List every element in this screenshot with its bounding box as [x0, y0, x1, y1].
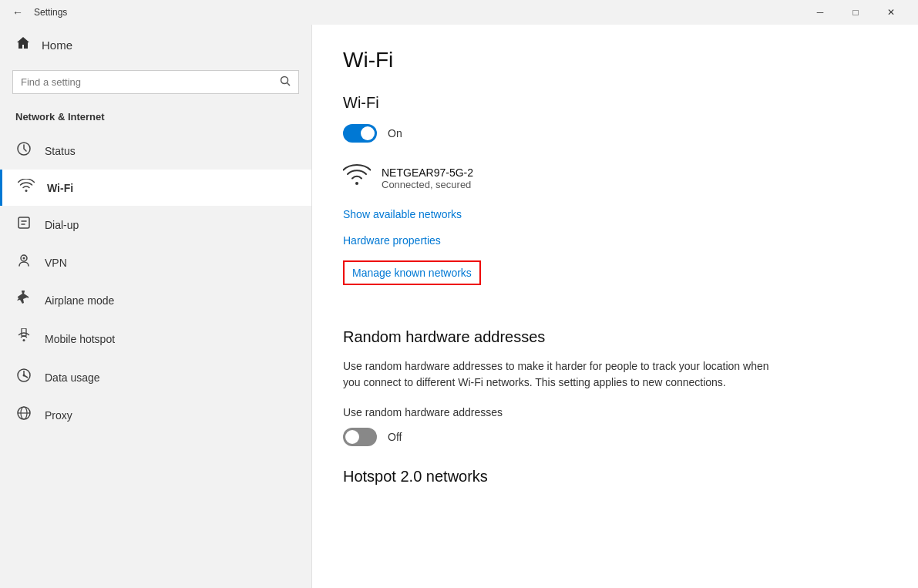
search-input[interactable] — [21, 76, 274, 88]
sidebar: Home Network & Internet Status — [0, 25, 312, 588]
sidebar-item-wifi-label: Wi-Fi — [47, 182, 73, 194]
main-panel: Wi-Fi Wi-Fi On NETGEAR97-5G-2 Connected, — [312, 25, 918, 588]
random-hw-toggle-label: Use random hardware addresses — [343, 406, 887, 418]
sidebar-item-airplane[interactable]: Airplane mode — [0, 281, 311, 319]
page-title: Wi-Fi — [343, 48, 887, 72]
sidebar-item-home[interactable]: Home — [0, 25, 311, 66]
sidebar-item-hotspot-label: Mobile hotspot — [45, 333, 115, 345]
titlebar: ← Settings ─ □ ✕ — [0, 0, 918, 25]
hotspot-heading: Hotspot 2.0 networks — [343, 468, 887, 486]
titlebar-title: Settings — [34, 7, 802, 18]
window-controls: ─ □ ✕ — [802, 0, 909, 25]
back-button[interactable]: ← — [9, 5, 26, 20]
sidebar-item-wifi[interactable]: Wi-Fi — [0, 170, 311, 206]
datausage-icon — [15, 368, 32, 387]
sidebar-item-dialup[interactable]: Dial-up — [0, 206, 311, 244]
random-hw-heading: Random hardware addresses — [343, 328, 887, 346]
random-hw-toggle[interactable] — [343, 428, 377, 446]
connected-wifi-icon — [343, 164, 371, 193]
random-hw-toggle-thumb — [345, 430, 359, 444]
sidebar-item-dialup-label: Dial-up — [45, 219, 79, 231]
svg-point-5 — [23, 257, 25, 260]
wifi-toggle-row: On — [343, 124, 887, 143]
sidebar-item-datausage-label: Data usage — [45, 371, 100, 384]
random-hw-toggle-state: Off — [388, 431, 402, 443]
sidebar-item-status[interactable]: Status — [0, 132, 311, 170]
network-info: NETGEAR97-5G-2 Connected, secured — [382, 166, 473, 190]
random-hw-toggle-row: Off — [343, 428, 887, 446]
sidebar-item-vpn[interactable]: VPN — [0, 244, 311, 281]
minimize-button[interactable]: ─ — [802, 0, 838, 25]
sidebar-item-vpn-label: VPN — [45, 257, 67, 269]
network-name: NETGEAR97-5G-2 — [382, 166, 473, 179]
dialup-icon — [15, 215, 32, 234]
home-icon — [15, 35, 31, 55]
wifi-toggle-thumb — [361, 126, 375, 140]
wifi-sidebar-icon — [18, 179, 35, 197]
status-icon — [15, 141, 32, 160]
hardware-properties-link[interactable]: Hardware properties — [343, 234, 887, 247]
wifi-section-heading: Wi-Fi — [343, 94, 887, 112]
svg-point-0 — [281, 77, 288, 84]
close-button[interactable]: ✕ — [873, 0, 909, 25]
maximize-button[interactable]: □ — [838, 0, 873, 25]
manage-networks-button[interactable]: Manage known networks — [343, 260, 481, 285]
wifi-toggle-label: On — [388, 127, 402, 139]
sidebar-item-proxy-label: Proxy — [45, 409, 72, 422]
sidebar-item-datausage[interactable]: Data usage — [0, 358, 311, 396]
svg-point-8 — [23, 375, 25, 377]
wifi-toggle[interactable] — [343, 124, 377, 143]
network-row: NETGEAR97-5G-2 Connected, secured — [343, 164, 887, 193]
sidebar-item-proxy[interactable]: Proxy — [0, 396, 311, 434]
app-body: Home Network & Internet Status — [0, 25, 918, 588]
svg-rect-6 — [22, 328, 26, 336]
hotspot-icon — [15, 328, 32, 349]
airplane-icon — [15, 291, 32, 310]
proxy-icon — [15, 405, 32, 425]
sidebar-item-status-label: Status — [45, 145, 76, 157]
vpn-icon — [15, 253, 32, 272]
home-label: Home — [42, 39, 72, 52]
network-status: Connected, secured — [382, 179, 473, 190]
random-hw-description: Use random hardware addresses to make it… — [343, 358, 775, 391]
show-networks-link[interactable]: Show available networks — [343, 208, 887, 220]
sidebar-item-airplane-label: Airplane mode — [45, 294, 114, 307]
sidebar-section-title: Network & Internet — [0, 105, 311, 132]
sidebar-item-hotspot[interactable]: Mobile hotspot — [0, 319, 311, 358]
svg-rect-3 — [18, 217, 29, 228]
search-icon — [280, 76, 291, 89]
svg-line-1 — [288, 83, 291, 86]
search-box — [12, 70, 299, 94]
